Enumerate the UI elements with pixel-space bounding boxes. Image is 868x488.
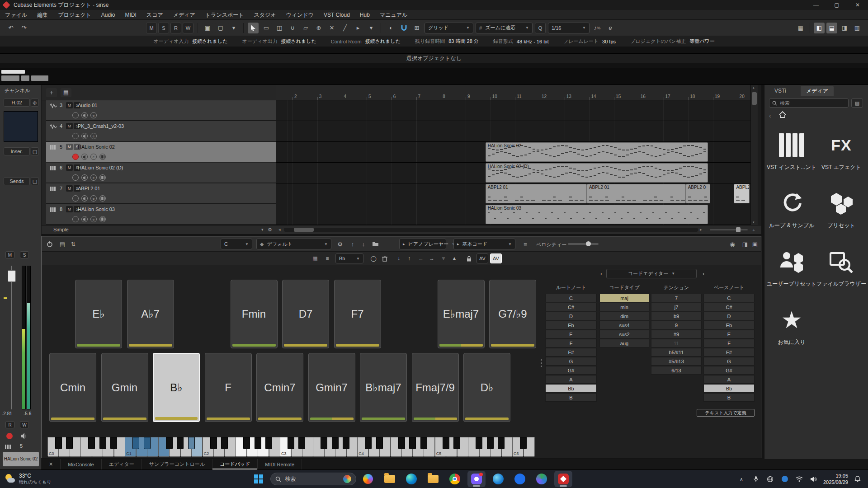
chord-pad-E♭[interactable]: E♭: [75, 280, 122, 348]
tension-7[interactable]: 7: [651, 294, 702, 302]
midi-clip-ABPL2 0[interactable]: ABPL2 0: [686, 184, 711, 203]
inserts-button[interactable]: Inser.: [4, 147, 30, 155]
timeline-ruler[interactable]: 234567891011121314151617181920: [276, 85, 750, 100]
piano-key-F#4[interactable]: [398, 437, 405, 449]
media-tile-ファイルブラウザー[interactable]: ファイルブラウザー: [818, 247, 865, 288]
minimize-button[interactable]: —: [806, 0, 826, 10]
menu-item-Audio[interactable]: Audio: [96, 10, 120, 20]
voicing-list-icon[interactable]: ≡: [520, 239, 530, 249]
edge-taskbar-icon[interactable]: [402, 471, 420, 487]
close-button[interactable]: ✕: [847, 0, 868, 10]
transpose-up-icon[interactable]: ↑: [404, 253, 414, 263]
tension-j7[interactable]: j7: [651, 303, 702, 311]
track-edit-button[interactable]: e: [90, 154, 97, 160]
grid-zoom-dropdown[interactable]: #ズームに適応▼: [476, 23, 533, 33]
preset-folder-icon[interactable]: [370, 239, 380, 249]
swing-icon[interactable]: ♪%: [592, 23, 603, 33]
track-record-enable-button[interactable]: [72, 174, 79, 181]
left-zone-toggle-icon[interactable]: ◧: [814, 23, 825, 33]
track-settings-gear-icon[interactable]: ⚙: [268, 227, 272, 233]
track-mute-button[interactable]: M: [66, 144, 73, 150]
automation-button-W[interactable]: W: [183, 23, 193, 33]
piano-key-G#4[interactable]: [409, 437, 416, 449]
comment-icon[interactable]: ◖: [385, 23, 396, 33]
media-tile-プリセット[interactable]: プリセット: [818, 188, 865, 230]
clear-pad-trash-icon[interactable]: [380, 253, 390, 263]
shift-left-icon[interactable]: ←: [416, 253, 426, 263]
root-key-dropdown[interactable]: C▼: [221, 239, 252, 249]
track-instrument-button[interactable]: [99, 195, 106, 202]
tension-b9[interactable]: b9: [651, 312, 702, 320]
tray-volume-icon[interactable]: [809, 474, 819, 484]
right-zone-toggle-icon[interactable]: ◨: [839, 23, 850, 33]
track-monitor-button[interactable]: [81, 216, 88, 222]
bass-note-G[interactable]: G: [703, 357, 755, 366]
transpose-down-icon[interactable]: ↓: [394, 253, 404, 263]
chord-pad-B♭[interactable]: B♭: [153, 353, 200, 422]
menu-item-Hub[interactable]: Hub: [355, 10, 375, 20]
track-monitor-button[interactable]: [81, 174, 88, 181]
piano-key-F#1[interactable]: [166, 437, 173, 449]
piano-key-A#0[interactable]: [110, 437, 117, 449]
automation-write-icon[interactable]: ▢: [215, 23, 226, 33]
event-display[interactable]: HALion Sonic 02HALion Sonic 02 (D)ABPL2 …: [276, 100, 750, 225]
erase-tool[interactable]: ▱: [300, 23, 311, 33]
draw-tool[interactable]: ╱: [340, 23, 350, 33]
preset-down-icon[interactable]: ↓: [359, 239, 368, 249]
piano-key-G#2[interactable]: [255, 437, 261, 449]
range-selection-tool[interactable]: ▭: [261, 23, 272, 33]
pads-editor-divider-handle[interactable]: [540, 353, 542, 373]
midi-clip-HALion Sonic 02[interactable]: HALion Sonic 02: [486, 142, 708, 162]
track-mute-button[interactable]: M: [66, 102, 73, 108]
zoom-slider[interactable]: [710, 229, 748, 230]
track-monitor-button[interactable]: [81, 112, 88, 118]
piano-key-C#1[interactable]: [132, 437, 139, 449]
weather-widget[interactable]: 33°C 晴れのちくもり: [0, 473, 86, 485]
bass-note-C#[interactable]: C#: [703, 303, 755, 311]
project-overview-strip[interactable]: [0, 68, 868, 85]
tab-サンプラーコントロール[interactable]: サンプラーコントロール: [142, 459, 212, 469]
chord-type-aug[interactable]: aug: [599, 339, 649, 347]
sends-bypass-icon[interactable]: ▢: [31, 177, 39, 185]
root-note-G#[interactable]: G#: [545, 366, 597, 375]
track-preset-dropdown[interactable]: Simple: [53, 227, 69, 232]
root-note-F[interactable]: F: [545, 339, 597, 347]
chord-pad-F[interactable]: F: [205, 353, 252, 422]
sends-button[interactable]: Sends: [4, 177, 30, 185]
vertical-scrollbar-thumb[interactable]: [752, 92, 757, 105]
track-instrument-button[interactable]: [99, 174, 106, 181]
tension-11[interactable]: 11: [651, 339, 702, 347]
current-chord-dropdown[interactable]: Bb▼: [335, 253, 363, 263]
monitor-icon[interactable]: [20, 432, 27, 440]
channel-picture-zone[interactable]: [4, 111, 38, 142]
adaptive-voicing-reference-button[interactable]: AV: [490, 253, 502, 263]
tension-#5/b13[interactable]: #5/b13: [651, 357, 702, 366]
cubase-taskbar-icon[interactable]: [554, 471, 572, 487]
chord-pad-Fmin[interactable]: Fmin: [231, 280, 278, 348]
track-mute-button[interactable]: M: [66, 164, 73, 171]
grid-type-dropdown[interactable]: グリッド▼: [425, 23, 473, 33]
chord-type-sus2[interactable]: sus2: [599, 330, 649, 338]
piano-key-C#2[interactable]: [210, 437, 217, 449]
preset-up-icon[interactable]: ↑: [348, 239, 358, 249]
pads-settings-gear-icon[interactable]: ⚙: [335, 239, 345, 249]
media-tab-VSTi[interactable]: VSTi: [769, 86, 792, 96]
menu-item-トランスポート[interactable]: トランスポート: [200, 10, 249, 20]
menu-item-マニュアル[interactable]: マニュアル: [375, 10, 412, 20]
chord-pad-B♭maj7[interactable]: B♭maj7: [360, 353, 407, 422]
tension-b5/#11[interactable]: b5/#11: [651, 348, 702, 357]
piano-key-A#5[interactable]: [498, 437, 505, 449]
track-edit-button[interactable]: e: [90, 174, 97, 181]
piano-key-C#3[interactable]: [288, 437, 294, 449]
chord-type-maj[interactable]: maj: [599, 294, 649, 302]
menu-item-MIDI[interactable]: MIDI: [120, 10, 142, 20]
inserts-bypass-icon[interactable]: ▢: [31, 147, 39, 155]
edge-2-taskbar-icon[interactable]: [489, 471, 507, 487]
tab-エディター[interactable]: エディター: [102, 459, 142, 469]
chord-type-sus4[interactable]: sus4: [599, 321, 649, 329]
play-tool[interactable]: ▸: [353, 23, 363, 33]
pads-preset-dropdown[interactable]: ◆デフォルト▼: [256, 239, 331, 249]
chord-pad-G7/♭9[interactable]: G7/♭9: [489, 280, 536, 348]
lower-zone-close-icon[interactable]: ✕: [42, 459, 61, 469]
piano-key-F#0[interactable]: [88, 437, 95, 449]
